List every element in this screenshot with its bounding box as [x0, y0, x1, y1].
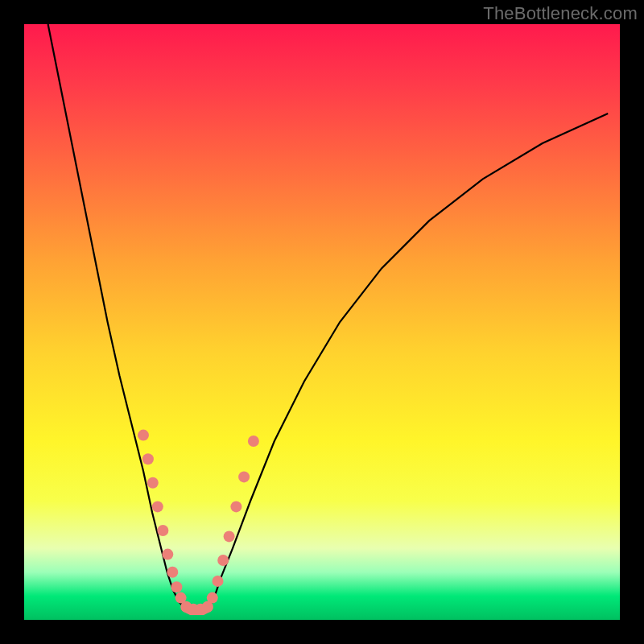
- marker-dot: [138, 430, 149, 441]
- marker-dot: [147, 477, 159, 489]
- chart-frame: TheBottleneck.com: [0, 0, 644, 644]
- chart-svg: [0, 0, 644, 644]
- marker-dot: [238, 471, 250, 482]
- curve-group: [48, 24, 609, 611]
- marker-dot: [230, 501, 242, 512]
- marker-dot: [171, 581, 182, 592]
- watermark-text: TheBottleneck.com: [483, 3, 638, 24]
- marker-dot: [162, 549, 173, 560]
- marker-dot: [142, 453, 154, 464]
- marker-dot: [152, 501, 163, 512]
- marker-dot: [224, 530, 235, 542]
- marker-dot: [157, 525, 168, 536]
- marker-dot: [213, 576, 224, 587]
- curve-right-arm: [208, 114, 608, 608]
- marker-dot: [217, 555, 229, 566]
- marker-dot: [248, 436, 259, 447]
- marker-dot: [167, 567, 178, 578]
- curve-left-arm: [48, 24, 185, 608]
- marker-dot: [202, 601, 213, 613]
- marker-group: [138, 430, 259, 615]
